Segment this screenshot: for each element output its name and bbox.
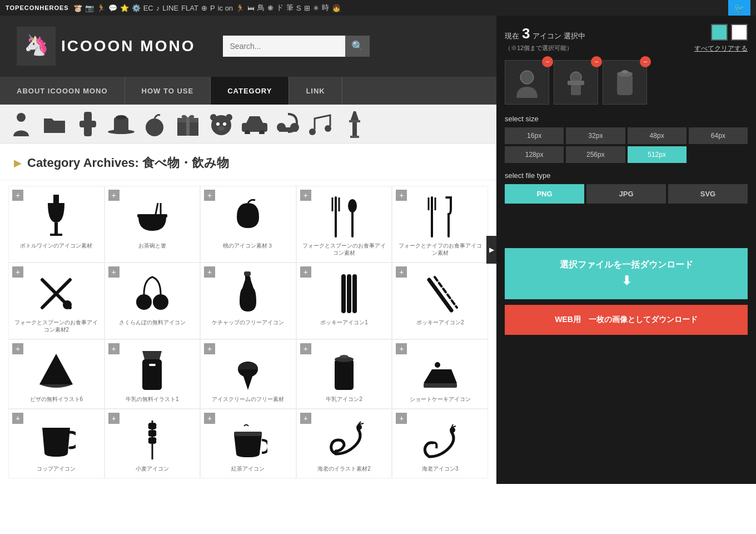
icon-cell-peach[interactable]: + 桃のアイコン素材３	[200, 186, 296, 263]
bulk-download-btn[interactable]: 選択ファイルを一括ダウンロード ⬇	[505, 248, 748, 299]
top-icon-10: 🛏	[247, 4, 255, 12]
clear-all-btn[interactable]: すべてクリアする	[694, 44, 748, 53]
add-pocky2-btn[interactable]: +	[396, 266, 407, 278]
add-pocky1-btn[interactable]: +	[300, 266, 311, 278]
add-wine-btn[interactable]: +	[12, 190, 23, 201]
color-box-teal[interactable]	[711, 24, 728, 41]
cat-folder[interactable]	[39, 108, 69, 139]
size-256px[interactable]: 256px	[566, 146, 625, 163]
shrimp-icon	[325, 418, 364, 462]
remove-icon-3-btn[interactable]: −	[640, 56, 651, 67]
size-48px[interactable]: 48px	[628, 127, 687, 144]
top-icon-4: 💬	[108, 4, 117, 12]
nav-howto[interactable]: HOW TO USE	[125, 77, 211, 105]
add-ketchup-btn[interactable]: +	[204, 266, 215, 278]
add-pizza-btn[interactable]: +	[12, 343, 23, 354]
cherry-icon	[133, 271, 172, 316]
icon-cell-icecream[interactable]: + アイスクリームのフリー素材	[200, 339, 296, 409]
icon-cell-cross-utensil[interactable]: + フォークとスプーンのお食事アイコン素材2	[8, 263, 105, 339]
icon-cell-forkknife[interactable]: + フォークとナイフのお食事アイコン素材	[392, 186, 488, 263]
web-download-btn[interactable]: WEB用 一枚の画像としてダウンロード	[505, 305, 748, 335]
icon-cell-pocky2[interactable]: + ポッキーアイコン2	[392, 263, 488, 339]
cat-lighthouse[interactable]	[339, 108, 370, 139]
icon-cell-milk[interactable]: + 牛乳の無料イラスト1	[105, 339, 201, 409]
add-tea-btn[interactable]: +	[204, 413, 215, 424]
add-bowl-btn[interactable]: +	[108, 190, 120, 201]
cat-car[interactable]	[239, 108, 270, 139]
icon-cell-cake[interactable]: + ショートケーキアイコン	[392, 339, 488, 409]
icon-cell-pocky1[interactable]: + ポッキーアイコン1	[296, 263, 392, 339]
icon-cell-tea[interactable]: + 紅茶アイコン	[200, 409, 296, 478]
nav-category[interactable]: CATEGORY	[211, 77, 289, 105]
nav-link[interactable]: LINK	[289, 77, 342, 105]
cat-medical[interactable]	[72, 108, 103, 139]
add-shrimp-btn[interactable]: +	[300, 413, 311, 424]
cat-audio[interactable]	[272, 108, 303, 139]
icon-cell-pizza[interactable]: + ピザの無料イラスト6	[8, 339, 105, 409]
add-cup-btn[interactable]: +	[12, 413, 23, 424]
svg-point-73	[356, 424, 362, 430]
add-cherry-btn[interactable]: +	[108, 266, 120, 278]
icon-cell-wine[interactable]: + ボトルワインのアイコン素材	[8, 186, 105, 263]
selected-icons-row: − − −	[505, 60, 748, 105]
top-bar: TOPECONHEROES 🐮 📷 🏃 💬 ⭐ ⚙️ EC ♪ LINE FLA…	[0, 0, 756, 16]
add-shrimp2-btn[interactable]: +	[396, 413, 407, 424]
top-icon-1: 🐮	[73, 4, 82, 12]
remove-icon-1-btn[interactable]: −	[542, 56, 553, 67]
add-milk-btn[interactable]: +	[108, 343, 120, 354]
search-input[interactable]	[223, 36, 345, 57]
svg-point-16	[223, 122, 226, 126]
add-forkspoon-btn[interactable]: +	[300, 190, 311, 201]
size-128px[interactable]: 128px	[505, 146, 564, 163]
top-icon-time: 時	[322, 3, 329, 13]
selected-icon-2[interactable]: −	[554, 60, 598, 105]
cat-music[interactable]	[306, 108, 336, 139]
top-bar-icons: 🐮 📷 🏃 💬 ⭐ ⚙️ EC ♪ LINE FLAT ⊕ P ic on 🏃 …	[73, 3, 341, 13]
category-strip	[0, 105, 496, 144]
panel-toggle-btn[interactable]: ▶	[486, 236, 496, 264]
icon-cell-shrimp2[interactable]: + 海老アイコン3	[392, 409, 488, 478]
svg-rect-30	[53, 195, 59, 203]
add-peach-btn[interactable]: +	[204, 190, 215, 201]
wine-label: ボトルワインのアイコン素材	[20, 242, 92, 249]
size-512px[interactable]: 512px	[628, 146, 687, 163]
icon-cell-ketchup[interactable]: + ケチャップのフリーアイコン	[200, 263, 296, 339]
icon-cell-shrimp[interactable]: + 海老のイラスト素材2	[296, 409, 392, 478]
svg-rect-52	[341, 274, 346, 313]
cat-person[interactable]	[6, 108, 36, 139]
add-wheat-btn[interactable]: +	[108, 413, 120, 424]
size-16px[interactable]: 16px	[505, 127, 564, 144]
cat-hat[interactable]	[106, 108, 136, 139]
icon-cell-forkspoon[interactable]: + フォークとスプーンのお食事アイコン素材	[296, 186, 392, 263]
filetype-jpg[interactable]: JPG	[586, 184, 666, 204]
size-32px[interactable]: 32px	[566, 127, 625, 144]
svg-rect-26	[352, 121, 357, 137]
icon-grid: + ボトルワインのアイコン素材 + お茶碗と箸 + 桃のアイコン素材３ +	[0, 180, 496, 484]
cat-gift[interactable]	[172, 108, 203, 139]
cat-apple[interactable]	[139, 108, 170, 139]
nav-about[interactable]: ABOUT ICOOON MONO	[0, 77, 125, 105]
filetype-png[interactable]: PNG	[505, 184, 584, 204]
icon-cell-wheat[interactable]: + 小麦アイコン	[105, 409, 201, 478]
add-crossutensil-btn[interactable]: +	[12, 266, 23, 278]
selected-icon-1[interactable]: −	[505, 60, 549, 105]
icon-cell-milk2[interactable]: + 牛乳アイコン2	[296, 339, 392, 409]
add-milk2-btn[interactable]: +	[300, 343, 311, 354]
icon-cell-cup[interactable]: + コップアイコン	[8, 409, 105, 478]
search-button[interactable]: 🔍	[345, 36, 370, 57]
twitter-btn[interactable]: 🐦	[728, 0, 750, 16]
icon-cell-bowl[interactable]: + お茶碗と箸	[105, 186, 201, 263]
cat-bear[interactable]	[206, 108, 236, 139]
add-cake-btn[interactable]: +	[396, 343, 407, 354]
add-forkknife-btn[interactable]: +	[396, 190, 407, 201]
icon-cell-cherry[interactable]: + さくらんぼの無料アイコン	[105, 263, 201, 339]
color-box-white[interactable]	[731, 24, 748, 41]
filetype-svg[interactable]: SVG	[668, 184, 748, 204]
pocky2-label: ポッキーアイコン2	[416, 319, 464, 326]
remove-icon-2-btn[interactable]: −	[591, 56, 602, 67]
add-icecream-btn[interactable]: +	[204, 343, 215, 354]
selected-icon-3[interactable]: −	[603, 60, 647, 105]
cake-icon	[421, 348, 460, 393]
milk2-icon	[330, 348, 358, 393]
size-64px[interactable]: 64px	[689, 127, 748, 144]
